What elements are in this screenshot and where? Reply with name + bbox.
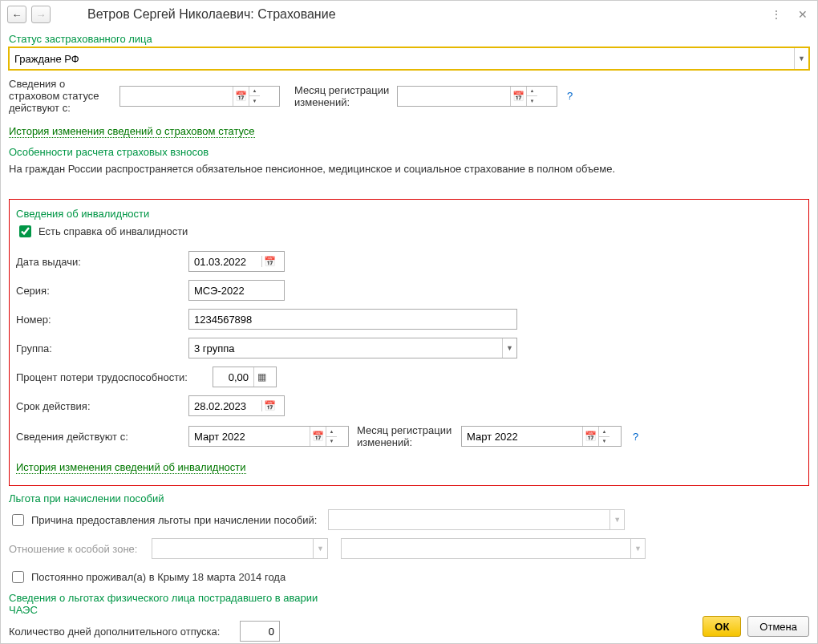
status-section-label: Статус застрахованного лица: [9, 33, 809, 45]
cancel-button[interactable]: Отмена: [747, 616, 809, 637]
benefit-reason-field[interactable]: [329, 510, 609, 529]
nav-back-button[interactable]: ←: [7, 6, 26, 23]
benefit-reason-label: Причина предоставления льготы при начисл…: [31, 514, 317, 526]
disability-title: Сведения об инвалидности: [16, 208, 802, 220]
status-effective-date-field[interactable]: [120, 87, 233, 106]
chevron-down-icon[interactable]: ▼: [794, 48, 808, 69]
help-icon[interactable]: ?: [567, 90, 573, 102]
status-regmonth-input[interactable]: 📅 ▲▼: [397, 86, 557, 107]
calc-desc: На граждан России распространяется обяза…: [9, 163, 809, 175]
calendar-icon[interactable]: 📅: [233, 87, 249, 106]
zone-select-2[interactable]: ▼: [341, 538, 646, 559]
date-spinner[interactable]: ▲▼: [326, 427, 337, 446]
number-field[interactable]: [189, 310, 510, 329]
spin-up-icon[interactable]: ▲: [249, 87, 260, 97]
spin-up-icon[interactable]: ▲: [527, 87, 537, 97]
close-icon[interactable]: ✕: [795, 6, 811, 22]
percent-field[interactable]: [213, 367, 253, 387]
window-controls: ⋮ ✕: [767, 6, 811, 22]
disability-regmonth-field[interactable]: [462, 427, 582, 446]
series-input[interactable]: [188, 280, 285, 301]
window-title: Ветров Сергей Николаевич: Страхование: [87, 7, 336, 22]
zone-label: Отношение к особой зоне:: [9, 543, 145, 555]
chevron-down-icon[interactable]: ▼: [313, 539, 327, 558]
issue-date-label: Дата выдачи:: [16, 256, 188, 268]
disability-checkbox[interactable]: [19, 225, 31, 237]
calc-title: Особенности расчета страховых взносов: [9, 146, 809, 158]
calendar-icon[interactable]: 📅: [261, 400, 277, 411]
chevron-down-icon[interactable]: ▼: [630, 539, 645, 558]
status-combo[interactable]: ▼: [9, 47, 809, 70]
status-regmonth-label: Месяц регистрации изменений:: [294, 84, 391, 108]
benefit-reason-select[interactable]: ▼: [328, 509, 625, 530]
disability-history-link[interactable]: История изменения сведений об инвалиднос…: [16, 461, 246, 474]
disability-regmonth-label: Месяц регистрации изменений:: [357, 424, 453, 448]
calendar-icon[interactable]: 📅: [582, 427, 598, 446]
status-regmonth-field[interactable]: [398, 87, 510, 106]
percent-label: Процент потери трудоспособности:: [16, 371, 213, 383]
issue-date-field[interactable]: [189, 252, 261, 271]
status-effective-date-input[interactable]: 📅 ▲▼: [119, 86, 280, 107]
calendar-icon[interactable]: 📅: [261, 256, 277, 267]
disability-regmonth-input[interactable]: 📅 ▲▼: [461, 426, 622, 447]
disability-effective-field[interactable]: [189, 427, 310, 446]
zone-field-1[interactable]: [152, 539, 313, 558]
number-label: Номер:: [16, 314, 188, 326]
kebab-icon[interactable]: ⋮: [767, 6, 785, 22]
group-select[interactable]: ▼: [188, 338, 517, 358]
crimea-label: Постоянно проживал(а) в Крыму 18 марта 2…: [31, 571, 285, 583]
spin-up-icon[interactable]: ▲: [599, 427, 609, 437]
disability-section: Сведения об инвалидности Есть справка об…: [9, 199, 809, 486]
issue-date-input[interactable]: 📅: [188, 251, 285, 272]
percent-input[interactable]: ▦: [213, 367, 277, 387]
bottom-bar: ОК Отмена: [1, 609, 817, 643]
help-icon[interactable]: ?: [633, 431, 638, 443]
benefit-reason-checkbox[interactable]: [12, 514, 24, 526]
calendar-icon[interactable]: 📅: [510, 87, 526, 106]
zone-select-1[interactable]: ▼: [152, 538, 328, 559]
titlebar: ← → Ветров Сергей Николаевич: Страховани…: [1, 1, 817, 28]
series-field[interactable]: [189, 281, 277, 300]
ok-button[interactable]: ОК: [703, 616, 741, 637]
valid-until-input[interactable]: 📅: [188, 395, 285, 416]
number-input[interactable]: [188, 309, 517, 330]
date-spinner[interactable]: ▲▼: [249, 87, 260, 106]
disability-effective-input[interactable]: 📅 ▲▼: [188, 426, 349, 447]
nav-forward-button[interactable]: →: [31, 6, 51, 23]
spin-down-icon[interactable]: ▼: [326, 437, 337, 447]
series-label: Серия:: [16, 285, 188, 297]
zone-field-2[interactable]: [342, 539, 630, 558]
status-effective-label: Сведения о страховом статусе действуют с…: [9, 78, 113, 114]
date-spinner[interactable]: ▲▼: [526, 87, 537, 106]
date-spinner[interactable]: ▲▼: [598, 427, 609, 446]
spin-down-icon[interactable]: ▼: [527, 96, 537, 106]
group-field[interactable]: [189, 338, 502, 358]
chevron-down-icon[interactable]: ▼: [609, 510, 624, 529]
benefit-title: Льгота при начислении пособий: [9, 492, 809, 504]
valid-until-field[interactable]: [189, 396, 261, 415]
group-label: Группа:: [16, 342, 188, 354]
spin-down-icon[interactable]: ▼: [249, 96, 260, 106]
disability-checkbox-label: Есть справка об инвалидности: [38, 225, 188, 237]
calendar-icon[interactable]: 📅: [310, 427, 326, 446]
valid-until-label: Срок действия:: [16, 400, 188, 412]
status-input[interactable]: [10, 48, 794, 69]
status-history-link[interactable]: История изменения сведений о страховом с…: [9, 125, 255, 138]
disability-effective-label: Сведения действуют с:: [16, 431, 188, 443]
crimea-checkbox[interactable]: [12, 571, 24, 583]
calculator-icon[interactable]: ▦: [253, 367, 269, 387]
spin-up-icon[interactable]: ▲: [326, 427, 337, 437]
chevron-down-icon[interactable]: ▼: [502, 338, 516, 358]
spin-down-icon[interactable]: ▼: [599, 437, 609, 447]
